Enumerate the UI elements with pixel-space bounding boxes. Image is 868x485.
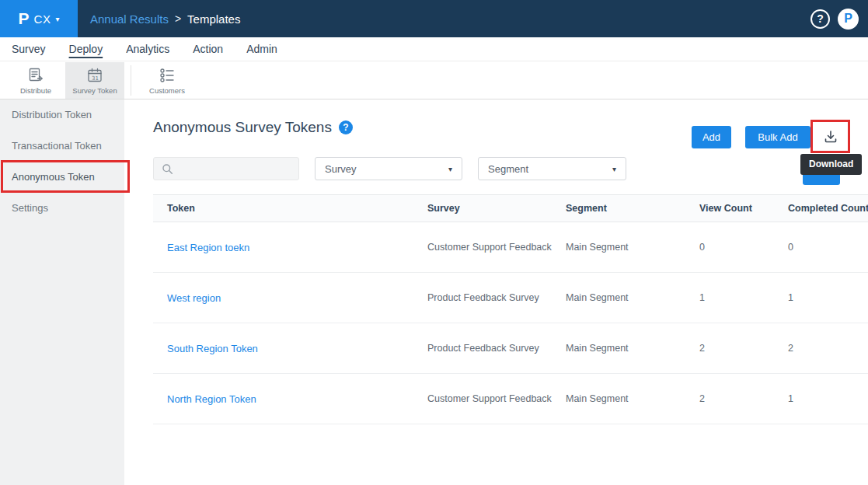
product-switcher[interactable]: P CX ▾ [0, 0, 78, 37]
toolbar-divider [131, 65, 131, 96]
cell-survey: Product Feedback Survey [427, 292, 566, 303]
caret-down-icon: ▾ [612, 165, 616, 173]
search-input[interactable] [180, 163, 298, 175]
title-help-glyph: ? [343, 122, 348, 133]
search-icon [162, 163, 173, 175]
token-link[interactable]: North Region Token [167, 393, 256, 405]
nav-item-admin[interactable]: Admin [246, 43, 277, 55]
topbar-actions: ? P [810, 9, 859, 30]
caret-down-icon: ▾ [448, 165, 452, 173]
cell-completed-count: 1 [788, 393, 868, 404]
cell-survey: Customer Support Feedback [427, 242, 566, 253]
table-row: North Region Token Customer Support Feed… [153, 374, 868, 424]
brand-logo: P [19, 9, 30, 28]
sidebar-item-settings[interactable]: Settings [0, 193, 124, 224]
cell-survey: Product Feedback Survey [427, 343, 566, 354]
token-link[interactable]: East Region toekn [167, 242, 249, 253]
table-row: South Region Token Product Feedback Surv… [153, 323, 868, 374]
account-avatar[interactable]: P [838, 9, 859, 30]
help-glyph: ? [817, 12, 824, 25]
help-icon[interactable]: ? [810, 9, 830, 29]
toolbar-item-distribute[interactable]: Distribute [6, 62, 65, 99]
cell-view-count: 0 [699, 242, 788, 253]
customers-icon [159, 67, 176, 84]
breadcrumb-current-templates: Templates [187, 12, 240, 26]
add-button[interactable]: Add [692, 126, 731, 148]
table-row: East Region toekn Customer Support Feedb… [153, 222, 868, 273]
nav-item-action[interactable]: Action [193, 43, 223, 55]
toolbar-item-customers[interactable]: Customers [138, 62, 197, 99]
column-header-view-count: View Count [699, 203, 788, 214]
search-box [153, 157, 299, 180]
sidebar-item-transactional-token[interactable]: Transactional Token [0, 131, 124, 162]
column-header-survey: Survey [427, 203, 566, 214]
cell-completed-count: 0 [788, 242, 868, 253]
cell-view-count: 1 [699, 292, 788, 303]
toolbar-item-label: Customers [149, 86, 185, 95]
segment-filter-dropdown[interactable]: Segment ▾ [478, 157, 626, 180]
tokens-table: Token Survey Segment View Count Complete… [153, 194, 868, 424]
column-header-token: Token [153, 203, 427, 214]
download-icon [823, 129, 838, 145]
breadcrumb: Annual Results > Templates [90, 12, 240, 26]
sidebar: Distribution Token Transactional Token A… [0, 99, 124, 485]
distribute-icon [27, 67, 44, 84]
cell-segment: Main Segment [566, 242, 699, 253]
sidebar-item-anonymous-token[interactable]: Anonymous Token [0, 162, 124, 193]
bulk-add-button[interactable]: Bulk Add [745, 126, 810, 148]
cell-completed-count: 2 [788, 343, 868, 354]
column-header-segment: Segment [566, 203, 699, 214]
page-header: Anonymous Survey Tokens ? [153, 119, 353, 136]
product-label: CX [34, 12, 51, 26]
page-title: Anonymous Survey Tokens [153, 119, 332, 136]
survey-filter-dropdown[interactable]: Survey ▾ [315, 157, 462, 180]
table-header-row: Token Survey Segment View Count Complete… [153, 194, 868, 222]
survey-token-icon: 31 [86, 67, 103, 84]
cell-survey: Customer Support Feedback [427, 393, 566, 404]
nav-item-deploy[interactable]: Deploy [69, 43, 103, 55]
toolbar-item-survey-token[interactable]: 31 Survey Token [65, 62, 124, 99]
svg-text:31: 31 [92, 75, 99, 81]
app-window: P CX ▾ Annual Results > Templates ? P Su… [0, 0, 868, 485]
nav-item-analytics[interactable]: Analytics [126, 43, 169, 55]
toolbar-item-label: Survey Token [72, 86, 117, 95]
nav-item-survey[interactable]: Survey [12, 43, 46, 55]
cell-segment: Main Segment [566, 393, 699, 404]
column-header-completed-count: Completed Count [788, 203, 868, 214]
primary-nav: Survey Deploy Analytics Action Admin [0, 37, 868, 61]
breadcrumb-link-annual-results[interactable]: Annual Results [90, 12, 169, 26]
download-tooltip: Download [800, 154, 862, 175]
table-row: West region Product Feedback Survey Main… [153, 273, 868, 323]
cell-segment: Main Segment [566, 343, 699, 354]
download-button[interactable] [813, 122, 848, 151]
main-content: Anonymous Survey Tokens ? Add Bulk Add D… [124, 99, 868, 485]
title-help-icon[interactable]: ? [339, 120, 353, 134]
cell-completed-count: 1 [788, 292, 868, 303]
top-bar: P CX ▾ Annual Results > Templates ? P [0, 0, 868, 37]
cell-view-count: 2 [699, 393, 788, 404]
survey-filter-label: Survey [325, 163, 448, 175]
segment-filter-label: Segment [488, 163, 612, 175]
breadcrumb-separator: > [175, 12, 181, 25]
cell-view-count: 2 [699, 343, 788, 354]
avatar-letter: P [844, 12, 852, 26]
token-link[interactable]: South Region Token [167, 343, 258, 354]
cell-segment: Main Segment [566, 292, 699, 303]
caret-down-icon: ▾ [55, 15, 59, 23]
deploy-toolbar: Distribute 31 Survey Token Customers [0, 62, 868, 99]
sidebar-item-distribution-token[interactable]: Distribution Token [0, 99, 124, 131]
toolbar-item-label: Distribute [20, 86, 51, 95]
token-link[interactable]: West region [167, 292, 221, 304]
